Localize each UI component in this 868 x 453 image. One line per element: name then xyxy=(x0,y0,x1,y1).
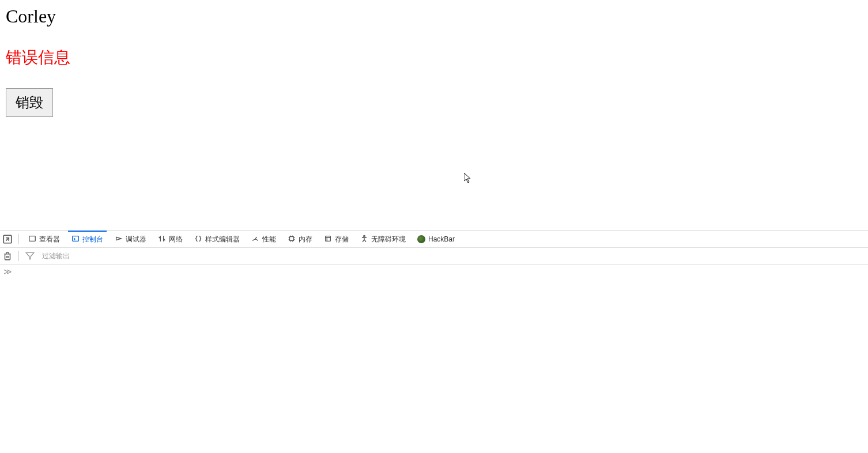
tab-label: 查看器 xyxy=(39,235,60,244)
tab-network[interactable]: 网络 xyxy=(154,231,186,248)
tab-label: 性能 xyxy=(262,235,276,244)
style-editor-icon xyxy=(194,235,202,244)
tab-label: 网络 xyxy=(169,235,183,244)
devtools-tabs: 查看器 控制台 调试器 xyxy=(0,231,868,248)
tab-label: HackBar xyxy=(428,235,455,243)
svg-rect-6 xyxy=(5,254,10,260)
svg-rect-4 xyxy=(326,236,331,241)
tab-label: 内存 xyxy=(299,235,312,244)
tab-performance[interactable]: 性能 xyxy=(248,231,280,248)
separator xyxy=(18,251,19,261)
performance-icon xyxy=(251,235,259,244)
tab-label: 控制台 xyxy=(82,235,103,244)
memory-icon xyxy=(288,235,296,244)
devtools-toolbar xyxy=(0,248,868,265)
filter-input[interactable] xyxy=(40,251,868,261)
tab-storage[interactable]: 存储 xyxy=(320,231,352,248)
tab-accessibility[interactable]: 无障碍环境 xyxy=(357,231,409,248)
filter-icon xyxy=(25,251,35,261)
page-content: Corley 错误信息 销毁 xyxy=(0,0,868,123)
accessibility-icon xyxy=(360,235,368,244)
destroy-button[interactable]: 销毁 xyxy=(6,88,53,117)
tab-label: 样式编辑器 xyxy=(205,235,240,244)
error-message: 错误信息 xyxy=(6,47,862,69)
cursor-icon xyxy=(464,173,473,187)
console-prompt[interactable]: ≫ xyxy=(0,265,868,278)
tab-label: 存储 xyxy=(335,235,349,244)
svg-point-5 xyxy=(364,235,365,237)
clear-console-button[interactable] xyxy=(2,251,13,261)
prompt-icon: ≫ xyxy=(3,267,12,276)
tab-style-editor[interactable]: 样式编辑器 xyxy=(191,231,243,248)
storage-icon xyxy=(324,235,332,244)
svg-rect-1 xyxy=(29,236,36,241)
network-icon xyxy=(158,235,166,244)
page-title: Corley xyxy=(6,6,862,27)
debugger-icon xyxy=(115,235,123,244)
tab-label: 调试器 xyxy=(126,235,146,244)
dock-icon[interactable] xyxy=(2,234,13,244)
hackbar-icon xyxy=(417,235,425,243)
tab-label: 无障碍环境 xyxy=(371,235,406,244)
tab-memory[interactable]: 内存 xyxy=(284,231,316,248)
svg-rect-2 xyxy=(73,236,79,241)
separator xyxy=(18,234,19,244)
devtools-panel: 查看器 控制台 调试器 xyxy=(0,231,868,453)
tab-hackbar[interactable]: HackBar xyxy=(414,231,458,248)
tab-inspector[interactable]: 查看器 xyxy=(25,231,63,248)
inspector-icon xyxy=(28,235,36,244)
svg-rect-3 xyxy=(290,236,294,240)
tab-console[interactable]: 控制台 xyxy=(68,231,107,247)
console-icon xyxy=(71,235,80,244)
tab-debugger[interactable]: 调试器 xyxy=(111,231,150,248)
